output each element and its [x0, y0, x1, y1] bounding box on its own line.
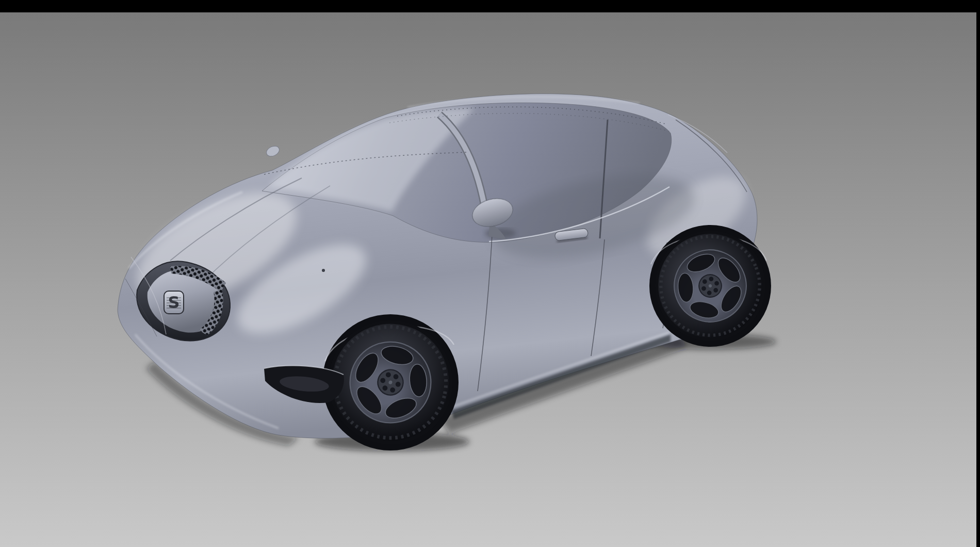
- viewport-3d[interactable]: Shaded 3D CAD render of a compact hatchb…: [0, 12, 976, 547]
- render-canvas: Shaded 3D CAD render of a compact hatchb…: [0, 12, 976, 547]
- screenshot-stage: Shaded 3D CAD render of a compact hatchb…: [0, 0, 980, 547]
- right-letterbox-bar: [976, 0, 980, 547]
- top-letterbox-bar: [0, 0, 980, 12]
- hood-speck: [322, 269, 325, 272]
- seat-badge-icon: S: [164, 291, 184, 314]
- badge-letter: S: [168, 293, 179, 312]
